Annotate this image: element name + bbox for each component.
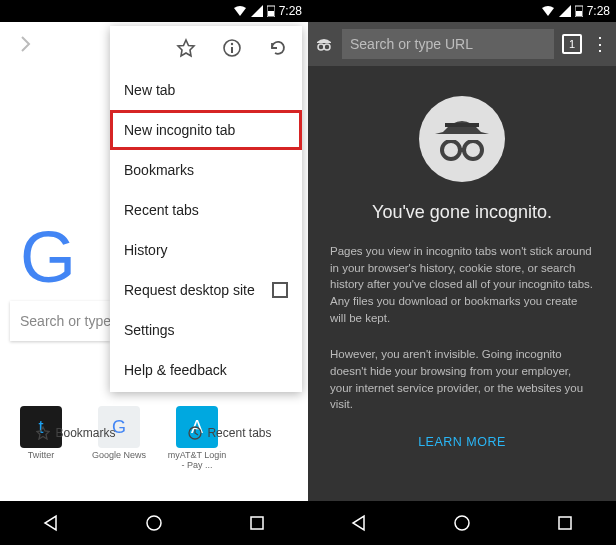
circle-home-icon: [145, 514, 163, 532]
svg-point-11: [324, 44, 330, 50]
incognito-hero-icon: [419, 96, 505, 182]
forward-icon: [16, 34, 36, 54]
svg-rect-5: [231, 47, 233, 53]
star-icon: [36, 426, 50, 440]
recent-label: Recent tabs: [207, 426, 271, 440]
signal-icon: [559, 5, 571, 17]
menu-item-settings[interactable]: Settings: [110, 310, 302, 350]
incognito-paragraph-2: However, you aren't invisible. Going inc…: [330, 346, 594, 413]
incognito-paragraph-1: Pages you view in incognito tabs won't s…: [330, 243, 594, 326]
menu-item-new-incognito-tab[interactable]: New incognito tab: [110, 110, 302, 150]
info-icon: [222, 38, 242, 58]
status-bar: 7:28: [308, 0, 616, 22]
menu-item-request-desktop-site[interactable]: Request desktop site: [110, 270, 302, 310]
svg-point-14: [464, 141, 482, 159]
incognito-icon: [314, 34, 334, 54]
star-icon: [176, 38, 196, 58]
battery-icon: [575, 5, 583, 17]
svg-rect-16: [559, 517, 571, 529]
bookmark-star-button[interactable]: [166, 28, 206, 68]
menu-item-label: New tab: [124, 82, 175, 98]
incognito-body: You've gone incognito. Pages you view in…: [308, 66, 616, 501]
incognito-title: You've gone incognito.: [372, 202, 552, 223]
google-logo: G: [20, 216, 76, 298]
url-input[interactable]: Search or type URL: [342, 29, 554, 59]
glasses-icon: [435, 140, 489, 164]
svg-rect-7: [251, 517, 263, 529]
reload-icon: [268, 38, 288, 58]
svg-point-15: [455, 516, 469, 530]
square-recents-icon: [249, 515, 265, 531]
svg-point-6: [147, 516, 161, 530]
bottom-links: Bookmarks Recent tabs: [0, 413, 308, 453]
recents-button[interactable]: [237, 503, 277, 543]
menu-item-history[interactable]: History: [110, 230, 302, 270]
menu-item-label: Recent tabs: [124, 202, 199, 218]
forward-button[interactable]: [6, 24, 46, 64]
recents-button[interactable]: [545, 503, 585, 543]
status-time: 7:28: [279, 4, 302, 18]
status-bar: 7:28: [0, 0, 308, 22]
menu-item-help-feedback[interactable]: Help & feedback: [110, 350, 302, 390]
overflow-menu: New tabNew incognito tabBookmarksRecent …: [110, 26, 302, 392]
home-button[interactable]: [442, 503, 482, 543]
clock-icon: [188, 426, 202, 440]
menu-item-label: Request desktop site: [124, 282, 255, 298]
svg-point-4: [231, 43, 233, 45]
menu-item-label: New incognito tab: [124, 122, 235, 138]
bookmarks-label: Bookmarks: [55, 426, 115, 440]
svg-point-13: [442, 141, 460, 159]
bookmarks-link[interactable]: Bookmarks: [36, 426, 115, 440]
home-button[interactable]: [134, 503, 174, 543]
menu-item-label: Help & feedback: [124, 362, 227, 378]
overflow-button[interactable]: ⋮: [590, 33, 610, 55]
incognito-toolbar: Search or type URL 1 ⋮: [308, 22, 616, 66]
menu-item-recent-tabs[interactable]: Recent tabs: [110, 190, 302, 230]
recent-tabs-link[interactable]: Recent tabs: [188, 426, 271, 440]
wifi-icon: [541, 5, 555, 17]
circle-home-icon: [453, 514, 471, 532]
search-input[interactable]: Search or type U: [10, 301, 110, 341]
hat-icon: [435, 114, 489, 138]
shortcut-label: myAT&T Login - Pay ...: [166, 451, 228, 471]
tab-count-button[interactable]: 1: [562, 34, 582, 54]
checkbox[interactable]: [272, 282, 288, 298]
signal-icon: [251, 5, 263, 17]
menu-item-new-tab[interactable]: New tab: [110, 70, 302, 110]
screenshot-right-phone: 7:28 Search or type URL 1 ⋮ You've gone …: [308, 0, 616, 545]
square-recents-icon: [557, 515, 573, 531]
learn-more-link[interactable]: LEARN MORE: [418, 435, 506, 449]
svg-rect-9: [576, 11, 582, 16]
triangle-back-icon: [42, 514, 60, 532]
svg-rect-1: [268, 11, 274, 16]
wifi-icon: [233, 5, 247, 17]
reload-button[interactable]: [258, 28, 298, 68]
svg-rect-12: [445, 123, 479, 127]
android-navbar: [308, 501, 616, 545]
android-navbar: [0, 501, 308, 545]
screenshot-left-phone: 7:28 G Search or type U tTwitterGGoogle …: [0, 0, 308, 545]
menu-item-label: Settings: [124, 322, 175, 338]
battery-icon: [267, 5, 275, 17]
menu-item-bookmarks[interactable]: Bookmarks: [110, 150, 302, 190]
triangle-back-icon: [350, 514, 368, 532]
info-button[interactable]: [212, 28, 252, 68]
back-button[interactable]: [31, 503, 71, 543]
svg-point-10: [318, 44, 324, 50]
menu-item-label: History: [124, 242, 168, 258]
back-button[interactable]: [339, 503, 379, 543]
menu-item-label: Bookmarks: [124, 162, 194, 178]
status-time: 7:28: [587, 4, 610, 18]
